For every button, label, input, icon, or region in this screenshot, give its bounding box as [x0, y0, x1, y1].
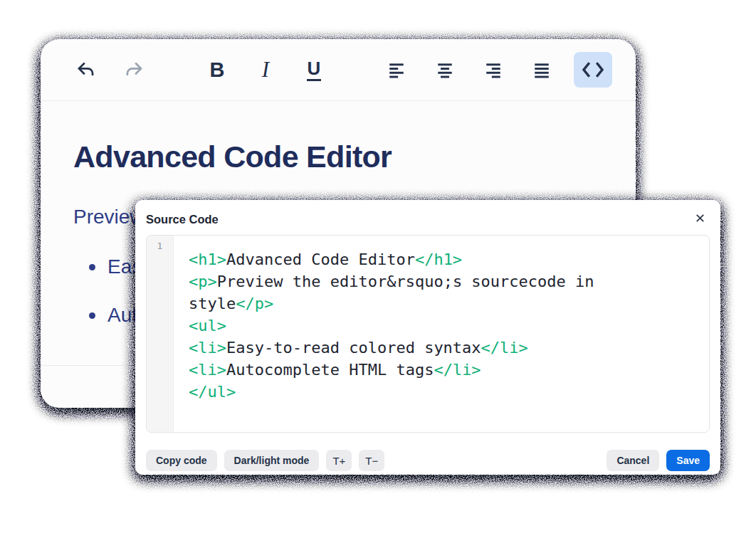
text-size-increase-button[interactable]: T+ — [326, 450, 352, 471]
redo-icon — [125, 61, 144, 78]
code-row: <ul> — [189, 315, 700, 337]
close-icon — [694, 212, 706, 226]
save-button[interactable]: Save — [666, 450, 710, 471]
align-right-icon — [484, 60, 503, 79]
document-heading: Advanced Code Editor — [73, 139, 603, 174]
code-row: <p>Preview the editor&rsquo;s sourcecode… — [189, 270, 700, 293]
dialog-footer: Copy code Dark/light mode T+ T− Cancel S… — [146, 450, 710, 471]
line-number: 1 — [157, 241, 163, 251]
align-left-icon — [387, 60, 406, 79]
text-size-decrease-button[interactable]: T− — [359, 450, 384, 471]
align-right-button[interactable] — [477, 53, 510, 86]
undo-icon — [76, 61, 95, 78]
justify-icon — [532, 60, 551, 79]
source-code-icon — [581, 60, 605, 79]
justify-button[interactable] — [525, 53, 558, 86]
copy-code-button[interactable]: Copy code — [146, 450, 217, 471]
undo-button[interactable] — [69, 53, 102, 86]
underline-icon: U — [307, 59, 322, 81]
bullet-icon — [89, 312, 95, 319]
code-row: </ul> — [189, 381, 700, 403]
bold-button[interactable]: B — [201, 53, 233, 86]
cancel-button[interactable]: Cancel — [607, 450, 659, 471]
italic-icon: I — [262, 57, 269, 83]
underline-button[interactable]: U — [298, 53, 330, 86]
source-code-button[interactable] — [574, 52, 612, 88]
code-row: <li>Easy-to-read colored syntax</li> — [189, 337, 700, 359]
code-editor[interactable]: 1 <h1>Advanced Code Editor</h1><p>Previe… — [146, 235, 710, 433]
align-left-button[interactable] — [380, 53, 413, 86]
italic-button[interactable]: I — [249, 53, 282, 86]
close-button[interactable] — [690, 209, 710, 229]
bullet-icon — [89, 264, 95, 270]
line-number-gutter: 1 — [147, 236, 174, 432]
dialog-header: Source Code — [146, 209, 710, 230]
code-row: <li>Autocomplete HTML tags</li> — [189, 359, 700, 381]
redo-button[interactable] — [117, 53, 150, 86]
source-code-dialog: Source Code 1 <h1>Advanced Code Editor</… — [135, 200, 720, 475]
align-center-button[interactable] — [429, 53, 461, 86]
bold-icon: B — [210, 58, 225, 82]
code-row: <h1>Advanced Code Editor</h1> — [189, 248, 700, 270]
code-content[interactable]: <h1>Advanced Code Editor</h1><p>Preview … — [174, 236, 709, 432]
code-row: style</p> — [189, 293, 700, 315]
page: B I U — [0, 0, 756, 548]
dialog-title: Source Code — [146, 213, 219, 226]
editor-toolbar: B I U — [41, 39, 636, 101]
align-center-icon — [436, 60, 454, 79]
dark-light-mode-button[interactable]: Dark/light mode — [224, 450, 320, 471]
